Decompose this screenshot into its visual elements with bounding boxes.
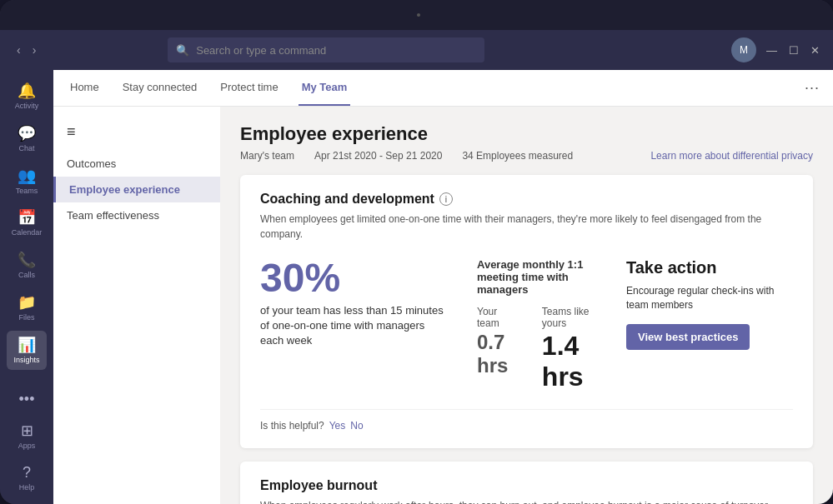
top-bar: ‹ › 🔍 M — ☐ ✕ <box>0 30 833 70</box>
sidebar-label-chat: Chat <box>18 144 34 153</box>
page-title: Employee experience <box>240 123 813 145</box>
page-header: Employee experience Mary's team Apr 21st… <box>240 123 813 162</box>
tab-nav: Home Stay connected Protect time My Team… <box>53 70 833 107</box>
sidebar-label-help: Help <box>19 483 35 492</box>
left-nav-item-team-effectiveness[interactable]: Team effectiveness <box>53 202 220 228</box>
sidebar-label-teams: Teams <box>16 187 38 196</box>
files-icon: 📁 <box>18 293 36 312</box>
coaching-info-icon[interactable]: i <box>439 192 453 206</box>
tab-more-button[interactable]: ··· <box>805 79 820 97</box>
more-icon: ••• <box>19 391 35 408</box>
close-button[interactable]: ✕ <box>810 44 820 57</box>
big-number: 30% <box>260 258 444 298</box>
tab-protect-time[interactable]: Protect time <box>217 70 281 106</box>
minimize-button[interactable]: — <box>766 44 777 57</box>
coaching-card-stats: 30% of your team has less than 15 minute… <box>260 258 793 392</box>
apps-icon: ⊞ <box>21 422 33 440</box>
content-area: Home Stay connected Protect time My Team… <box>53 70 833 504</box>
sidebar-item-apps[interactable]: ⊞ Apps <box>7 417 47 456</box>
avatar[interactable]: M <box>731 37 756 62</box>
view-best-practices-button[interactable]: View best practices <box>626 324 750 350</box>
burnout-card: Employee burnout When employees regularl… <box>240 462 813 504</box>
tab-my-team[interactable]: My Team <box>299 70 351 106</box>
no-link[interactable]: No <box>350 420 363 432</box>
insights-icon: 📊 <box>18 336 36 354</box>
back-button[interactable]: ‹ <box>13 42 24 58</box>
sidebar-item-calendar[interactable]: 📅 Calendar <box>7 203 47 242</box>
sidebar-label-files: Files <box>18 313 34 322</box>
sidebar-item-files[interactable]: 📁 Files <box>7 288 47 327</box>
page-meta: Mary's team Apr 21st 2020 - Sep 21 2020 … <box>240 150 813 162</box>
comparison-row: Your team 0.7 hrs Teams like yours 1.4 h… <box>477 306 593 392</box>
sidebar: 🔔 Activity 💬 Chat 👥 Teams 📅 Calendar 📞 <box>0 70 53 504</box>
sidebar-item-insights[interactable]: 📊 Insights <box>7 331 47 370</box>
sidebar-label-insights: Insights <box>13 356 39 365</box>
sidebar-item-calls[interactable]: 📞 Calls <box>7 246 47 285</box>
sidebar-label-calendar: Calendar <box>12 228 43 237</box>
sidebar-item-chat[interactable]: 💬 Chat <box>7 119 47 158</box>
chat-icon: 💬 <box>18 124 36 142</box>
take-action-title: Take action <box>626 258 793 277</box>
left-nav-item-employee-experience[interactable]: Employee experience <box>53 177 220 202</box>
burnout-card-description: When employees regularly work after-hour… <box>260 498 793 504</box>
left-nav: ≡ Outcomes Employee experience Team effe… <box>53 107 220 504</box>
top-bar-right: M — ☐ ✕ <box>731 37 820 62</box>
stat-main: 30% of your team has less than 15 minute… <box>260 258 444 349</box>
teams-like-yours-stat: Teams like yours 1.4 hrs <box>542 306 593 392</box>
calendar-icon: 📅 <box>18 208 36 227</box>
big-number-description: of your team has less than 15 minutes of… <box>260 303 444 349</box>
yes-link[interactable]: Yes <box>329 420 346 432</box>
hamburger-menu[interactable]: ≡ <box>53 120 220 151</box>
title-bar-dot <box>417 13 420 17</box>
tab-stay-connected[interactable]: Stay connected <box>119 70 201 106</box>
sidebar-item-teams[interactable]: 👥 Teams <box>7 162 47 201</box>
search-bar[interactable]: 🔍 <box>168 37 484 62</box>
burnout-card-title: Employee burnout <box>260 478 793 493</box>
your-team-stat: Your team 0.7 hrs <box>477 306 515 377</box>
content-body: ≡ Outcomes Employee experience Team effe… <box>53 107 833 504</box>
coaching-card-title: Coaching and development i <box>260 192 793 207</box>
sidebar-label-apps: Apps <box>18 442 36 451</box>
comparison-title: Average monthly 1:1 meeting time with ma… <box>477 258 593 296</box>
main-content: Employee experience Mary's team Apr 21st… <box>220 107 833 504</box>
sidebar-item-help[interactable]: ? Help <box>7 459 47 497</box>
coaching-card-description: When employees get limited one-on-one ti… <box>260 212 793 242</box>
sidebar-item-activity[interactable]: 🔔 Activity <box>7 77 47 116</box>
nav-arrows: ‹ › <box>13 42 39 58</box>
page-team: Mary's team <box>240 150 294 162</box>
coaching-card-footer: Is this helpful? Yes No <box>260 409 793 432</box>
privacy-link[interactable]: Learn more about differential privacy <box>650 150 813 162</box>
activity-icon: 🔔 <box>18 82 36 100</box>
main-layout: 🔔 Activity 💬 Chat 👥 Teams 📅 Calendar 📞 <box>0 70 833 504</box>
app-container: ‹ › 🔍 M — ☐ ✕ <box>0 30 833 504</box>
take-action-description: Encourage regular check-ins with team me… <box>626 284 793 312</box>
window-controls: — ☐ ✕ <box>766 44 820 57</box>
coaching-card: Coaching and development i When employee… <box>240 175 813 448</box>
take-action-section: Take action Encourage regular check-ins … <box>626 258 793 350</box>
sidebar-item-more[interactable]: ••• <box>7 386 47 413</box>
title-bar <box>0 0 833 30</box>
calls-icon: 📞 <box>18 251 36 269</box>
teams-like-yours-label: Teams like yours <box>542 306 593 329</box>
your-team-value: 0.7 hrs <box>477 331 515 377</box>
left-nav-item-outcomes[interactable]: Outcomes <box>53 151 220 177</box>
page-employees: 34 Employees measured <box>462 150 573 162</box>
tab-home[interactable]: Home <box>67 70 103 106</box>
help-icon: ? <box>23 464 31 482</box>
page-date-range: Apr 21st 2020 - Sep 21 2020 <box>314 150 442 162</box>
sidebar-label-activity: Activity <box>15 102 39 111</box>
teams-like-yours-value: 1.4 hrs <box>542 331 593 392</box>
forward-button[interactable]: › <box>29 42 40 58</box>
restore-button[interactable]: ☐ <box>789 44 799 57</box>
search-input[interactable] <box>196 44 476 57</box>
stat-comparison: Average monthly 1:1 meeting time with ma… <box>477 258 593 392</box>
device-frame: ‹ › 🔍 M — ☐ ✕ <box>0 0 833 504</box>
sidebar-label-calls: Calls <box>18 271 35 280</box>
your-team-label: Your team <box>477 306 515 329</box>
helpful-label: Is this helpful? <box>260 420 324 432</box>
search-icon: 🔍 <box>176 44 189 57</box>
teams-icon: 👥 <box>18 167 36 185</box>
